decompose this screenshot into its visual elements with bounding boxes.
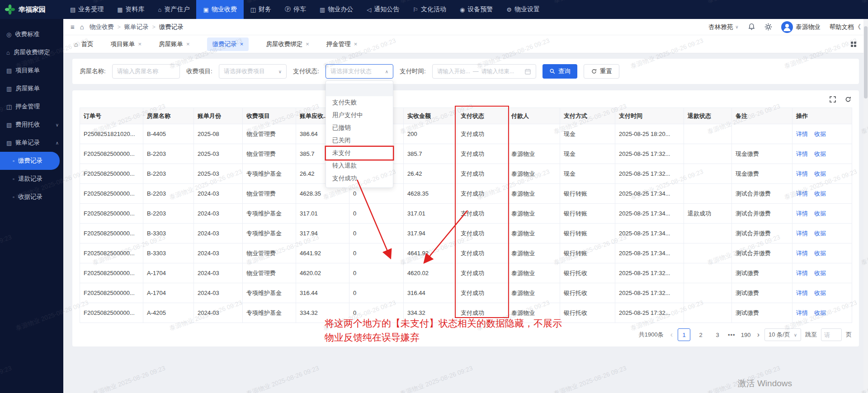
detail-link[interactable]: 详情 xyxy=(796,250,808,257)
refresh-icon[interactable] xyxy=(844,96,852,103)
tab-options[interactable] xyxy=(850,41,857,48)
topnav-item-parking[interactable]: Ⓟ停车 xyxy=(278,0,313,19)
tab-project-bills[interactable]: 项目账单× xyxy=(110,40,142,48)
table-cell: 银行转账 xyxy=(560,243,615,263)
page-button-3[interactable]: 3 xyxy=(711,328,724,341)
close-icon[interactable]: × xyxy=(306,41,309,47)
bell-icon[interactable] xyxy=(748,23,755,31)
breadcrumb-item[interactable]: 物业收费 xyxy=(90,23,114,31)
topnav-item-finance[interactable]: ◫财务 xyxy=(244,0,278,19)
detail-link[interactable]: 详情 xyxy=(796,131,808,137)
sidebar-item-house-fee-binding[interactable]: ⌂房屋收费绑定 xyxy=(0,43,63,61)
pay-time-range-input[interactable]: 请输入开始... — 请输入结束... xyxy=(432,64,536,79)
table-cell: 测试合并缴费 xyxy=(732,224,793,243)
detail-link[interactable]: 详情 xyxy=(796,210,808,217)
close-icon[interactable]: × xyxy=(138,41,142,47)
dropdown-option[interactable]: 已撤销 xyxy=(326,122,393,134)
receipt-link[interactable]: 收据 xyxy=(814,250,826,257)
next-page-button[interactable]: › xyxy=(756,331,760,339)
table-row: F2025082500000...A-17042024-03专项维护基金316.… xyxy=(80,283,852,303)
dropdown-option[interactable]: 支付成功 xyxy=(326,172,393,185)
fullscreen-icon[interactable] xyxy=(829,96,836,103)
detail-link[interactable]: 详情 xyxy=(796,309,808,316)
dropdown-option[interactable]: 已关闭 xyxy=(326,134,393,147)
sidebar-item-deposit-management[interactable]: ◫押金管理 xyxy=(0,98,63,116)
close-icon[interactable]: × xyxy=(186,41,190,47)
sidebar-item-refund-records[interactable]: ▫退款记录 xyxy=(0,170,63,188)
tab-house-bills[interactable]: 房屋账单× xyxy=(159,40,190,48)
detail-link[interactable]: 详情 xyxy=(796,170,808,177)
topnav-item-property-fee[interactable]: ▣物业收费 xyxy=(196,0,243,19)
sidebar-item-receipt-records[interactable]: ▫收据记录 xyxy=(0,188,63,206)
topnav-item-culture[interactable]: ⚐文化活动 xyxy=(406,0,453,19)
dropdown-option[interactable]: 支付失败 xyxy=(326,96,393,109)
detail-link[interactable]: 详情 xyxy=(796,190,808,197)
detail-link[interactable]: 详情 xyxy=(796,270,808,276)
table-cell-actions: 详情收据 xyxy=(793,204,852,224)
topnav-item-office[interactable]: ▥物业办公 xyxy=(313,0,360,19)
detail-link[interactable]: 详情 xyxy=(796,230,808,237)
sidebar-item-fee-collection[interactable]: ▧费用托收∨ xyxy=(0,116,63,134)
table-cell: F2025082500000... xyxy=(80,184,143,204)
close-icon[interactable]: × xyxy=(354,41,358,47)
pay-status-select[interactable]: 请选择支付状态 ∧ xyxy=(326,64,393,79)
dropdown-option[interactable]: 未支付 xyxy=(326,147,393,159)
prev-page-button[interactable]: ‹ xyxy=(670,331,674,339)
dropdown-option[interactable]: 用户支付中 xyxy=(326,109,393,122)
receipt-link[interactable]: 收据 xyxy=(814,230,826,237)
topnav-item-notice[interactable]: ◁通知公告 xyxy=(360,0,406,19)
sidebar-item-fee-standard[interactable]: ◎收费标准 xyxy=(0,25,63,43)
tab-deposit-management[interactable]: 押金管理× xyxy=(326,40,358,48)
table-cell: 0 xyxy=(349,204,404,224)
breadcrumb-bar: ≡ ⌂ 物业收费>账单记录>缴费记录 杏林雅苑 ∨ 泰源 xyxy=(63,19,868,35)
fee-project-select[interactable]: 请选择收费项目 ∨ xyxy=(219,64,287,79)
receipt-link[interactable]: 收据 xyxy=(814,290,826,296)
community-select[interactable]: 杏林雅苑 ∨ xyxy=(708,23,738,31)
tab-home[interactable]: ⌂首页 xyxy=(74,40,93,48)
table-cell: 专项维护基金 xyxy=(243,204,296,224)
dropdown-option[interactable] xyxy=(326,84,393,96)
user-menu[interactable]: 泰源物业 xyxy=(781,21,821,33)
breadcrumb-item[interactable]: 账单记录 xyxy=(124,23,149,31)
table-cell: 支付成功 xyxy=(457,144,508,164)
topnav-item-library[interactable]: ▦资料库 xyxy=(110,0,151,19)
scrollbar-thumb[interactable] xyxy=(864,26,868,98)
topnav-item-device-alert[interactable]: ◉设备预警 xyxy=(453,0,500,19)
receipt-link[interactable]: 收据 xyxy=(814,309,826,316)
alarm-icon: ◉ xyxy=(460,6,465,13)
receipt-link[interactable]: 收据 xyxy=(814,150,826,157)
help-doc-link[interactable]: 帮助文档 《 xyxy=(830,23,861,31)
receipt-link[interactable]: 收据 xyxy=(814,190,826,197)
detail-link[interactable]: 详情 xyxy=(796,150,808,157)
home-icon[interactable]: ⌂ xyxy=(80,23,84,31)
jump-page-input[interactable] xyxy=(821,328,842,341)
receipt-link[interactable]: 收据 xyxy=(814,131,826,137)
page-button-1[interactable]: 1 xyxy=(678,328,690,341)
tab-house-fee-binding[interactable]: 房屋收费绑定× xyxy=(266,40,309,48)
receipt-link[interactable]: 收据 xyxy=(814,270,826,276)
pagination-more-pages[interactable]: ••• xyxy=(728,332,736,338)
tab-payment-records[interactable]: 缴费记录× xyxy=(207,37,249,51)
house-name-input[interactable]: 请输入房屋名称 xyxy=(112,64,180,79)
receipt-link[interactable]: 收据 xyxy=(814,210,826,217)
close-icon[interactable]: × xyxy=(240,41,244,47)
detail-link[interactable]: 详情 xyxy=(796,290,808,296)
collapse-menu-icon[interactable]: ≡ xyxy=(71,23,75,31)
sidebar-item-bill-records[interactable]: ▨账单记录∧ xyxy=(0,134,63,152)
topnav-label: 资产住户 xyxy=(164,5,189,14)
search-button[interactable]: 查询 xyxy=(542,64,577,79)
receipt-link[interactable]: 收据 xyxy=(814,170,826,177)
dropdown-option[interactable]: 转入退款 xyxy=(326,159,393,172)
sidebar-item-house-bills[interactable]: ▥房屋账单 xyxy=(0,80,63,98)
sidebar-item-payment-records[interactable]: ▫缴费记录 xyxy=(0,152,60,170)
sidebar-item-project-bills[interactable]: ▤项目账单 xyxy=(0,61,63,80)
topnav-item-settings[interactable]: ⚙物业设置 xyxy=(500,0,547,19)
page-button-2[interactable]: 2 xyxy=(694,328,707,341)
topnav-item-business[interactable]: ▤业务受理 xyxy=(63,0,110,19)
page-size-select[interactable]: 10 条/页∨ xyxy=(764,328,801,341)
topnav-item-residents[interactable]: ⌂资产住户 xyxy=(151,0,197,19)
gear-icon[interactable] xyxy=(764,23,772,31)
page-button-190[interactable]: 190 xyxy=(740,328,752,341)
reset-button[interactable]: 重置 xyxy=(584,64,619,79)
breadcrumb-item[interactable]: 缴费记录 xyxy=(159,23,184,31)
